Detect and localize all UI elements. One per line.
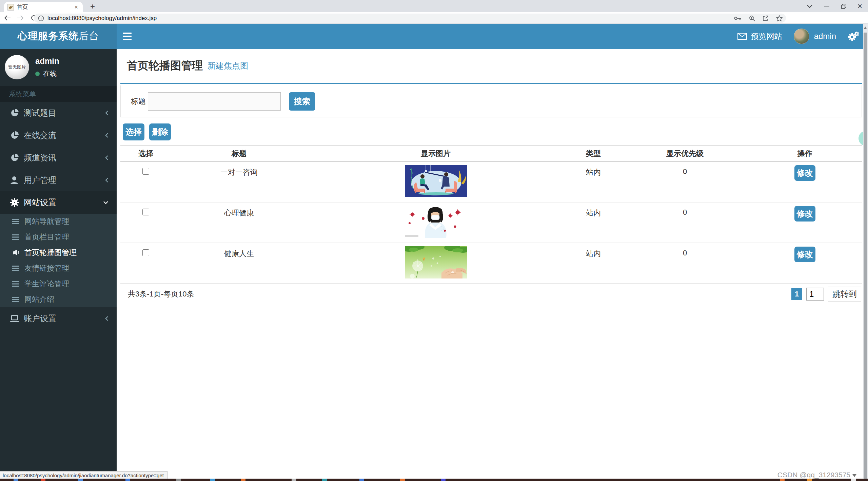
submenu-item-friend-links[interactable]: 友情链接管理 <box>0 261 117 276</box>
list-bars-icon <box>12 297 24 302</box>
info-circle-icon[interactable] <box>38 15 44 21</box>
forward-icon[interactable] <box>16 13 25 23</box>
list-bars-icon <box>12 219 24 224</box>
row-title: 一对一咨询 <box>171 162 307 202</box>
sidebar-user-panel: 暂无图片 admin 在线 <box>0 49 117 86</box>
url-text[interactable]: localhost:8080/psychology/admin/index.js… <box>47 15 157 22</box>
row-title: 心理健康 <box>171 203 307 243</box>
chevron-left-icon <box>105 110 108 116</box>
preview-site-link[interactable]: 预览网站 <box>737 31 782 42</box>
edit-button[interactable]: 修改 <box>794 247 815 262</box>
sidebar-section-label: 系统菜单 <box>0 86 117 102</box>
sidebar-item-account-settings[interactable]: 账户设置 <box>0 307 117 330</box>
tab-close-icon[interactable]: × <box>73 4 79 11</box>
tab-title: 首页 <box>17 4 73 11</box>
carousel-image-doctor <box>405 206 467 238</box>
laptop-icon <box>10 315 24 322</box>
row-checkbox[interactable] <box>142 168 149 175</box>
online-dot-icon <box>35 72 40 76</box>
gear-icon <box>10 198 24 207</box>
sidebar-item-online-chat[interactable]: 在线交流 <box>0 124 117 147</box>
submenu-item-home-columns[interactable]: 首页栏目管理 <box>0 229 117 245</box>
row-priority: 0 <box>622 203 748 243</box>
status-link-tooltip: localhost:8080/psychology/admin/jiaodian… <box>0 471 167 479</box>
submenu-item-student-comments[interactable]: 学生评论管理 <box>0 276 117 292</box>
row-title: 健康人生 <box>171 243 307 283</box>
list-bars-icon <box>12 281 24 287</box>
page-jump-button[interactable]: 跳转到 <box>828 287 861 302</box>
edit-button[interactable]: 修改 <box>794 206 815 222</box>
pie-chart-icon <box>10 153 24 162</box>
page-title: 首页轮播图管理 <box>127 58 203 73</box>
carousel-image-nature <box>405 246 467 278</box>
bookmark-star-icon[interactable] <box>776 15 783 21</box>
new-tab-button[interactable]: + <box>87 1 98 12</box>
chevron-left-icon <box>105 155 108 160</box>
sidebar-item-channel-news[interactable]: 频道资讯 <box>0 147 117 169</box>
sidebar-item-site-settings[interactable]: 网站设置 <box>0 191 117 214</box>
row-type: 站内 <box>565 162 622 202</box>
header-username: admin <box>814 32 836 41</box>
sidebar-item-test-questions[interactable]: 测试题目 <box>0 102 117 124</box>
list-bars-icon <box>12 234 24 240</box>
row-checkbox[interactable] <box>142 209 149 215</box>
header-user-menu[interactable]: admin <box>794 28 836 44</box>
pagination-summary: 共3条-1页-每页10条 <box>128 289 194 299</box>
chevron-left-icon <box>105 177 108 183</box>
settings-gears-icon[interactable] <box>848 31 859 41</box>
table-row: 一对一咨询 <box>120 162 862 203</box>
main-content: 首页轮播图管理 新建焦点图 标题 搜索 选择 删除 选择 标题 显示图片 类型 … <box>117 49 863 479</box>
chevron-down-icon <box>103 201 108 204</box>
row-checkbox[interactable] <box>142 249 149 256</box>
sidebar-toggle-icon[interactable] <box>123 31 134 42</box>
sidebar: 暂无图片 admin 在线 系统菜单 测试题目 在线交流 频道资讯 用户管理 <box>0 49 117 479</box>
pie-chart-icon <box>10 109 24 117</box>
brand-logo[interactable]: 心理服务系统后台 <box>0 24 117 49</box>
submenu-item-carousel-management[interactable]: 首页轮播图管理 <box>0 245 117 261</box>
address-bar[interactable]: localhost:8080/psychology/admin/index.js… <box>34 14 786 23</box>
search-button[interactable]: 搜索 <box>289 92 315 111</box>
search-input[interactable] <box>148 92 281 111</box>
browser-tab[interactable]: 首页 × <box>4 2 83 12</box>
favicon <box>7 4 14 11</box>
preview-site-label: 预览网站 <box>751 31 782 42</box>
page-jump-input[interactable] <box>806 288 824 301</box>
scroll-up-icon[interactable] <box>864 26 867 29</box>
browser-toolbar: localhost:8080/psychology/admin/index.js… <box>0 12 868 24</box>
share-icon[interactable] <box>763 15 769 21</box>
window-close-icon[interactable]: × <box>852 0 868 12</box>
list-bars-icon <box>12 266 24 271</box>
window-restore-icon[interactable] <box>836 0 851 12</box>
site-settings-submenu: 网站导航管理 首页栏目管理 首页轮播图管理 友情链接管理 学生评论管理 网站介绍 <box>0 214 117 307</box>
page-scrollbar[interactable] <box>863 24 868 479</box>
accent-divider <box>120 83 862 84</box>
brand-light: 后台 <box>79 30 99 43</box>
envelope-icon <box>737 33 747 40</box>
submenu-item-nav-management[interactable]: 网站导航管理 <box>0 214 117 229</box>
zoom-icon[interactable] <box>749 15 755 21</box>
scrollbar-thumb[interactable] <box>864 33 867 479</box>
table-header-row: 选择 标题 显示图片 类型 显示优先级 操作 <box>120 146 862 162</box>
chevron-left-icon <box>105 133 108 138</box>
table-row: 心理健康 <box>120 203 862 243</box>
row-priority: 0 <box>622 162 748 202</box>
row-type: 站内 <box>565 203 622 243</box>
edit-button[interactable]: 修改 <box>794 165 815 181</box>
submenu-item-site-intro[interactable]: 网站介绍 <box>0 292 117 307</box>
carousel-image-counseling <box>405 165 467 197</box>
sidebar-item-user-management[interactable]: 用户管理 <box>0 169 117 191</box>
current-page-badge[interactable]: 1 <box>791 288 802 300</box>
window-chevron-icon[interactable] <box>802 0 817 12</box>
watermark: CSDN @qq_31293575 <box>777 471 856 479</box>
screen: 首页 × + × localhost:8080/psychology/ <box>0 0 868 481</box>
sidebar-username: admin <box>35 56 59 66</box>
select-all-button[interactable]: 选择 <box>123 123 144 140</box>
delete-button[interactable]: 删除 <box>149 123 171 140</box>
pie-chart-icon <box>10 131 24 140</box>
back-icon[interactable] <box>3 13 12 23</box>
password-key-icon[interactable] <box>734 16 742 20</box>
browser-tab-strip: 首页 × + × <box>0 0 868 12</box>
sidebar-user-status: 在线 <box>43 69 57 78</box>
new-carousel-link[interactable]: 新建焦点图 <box>208 60 248 71</box>
window-minimize-icon[interactable] <box>819 0 834 12</box>
